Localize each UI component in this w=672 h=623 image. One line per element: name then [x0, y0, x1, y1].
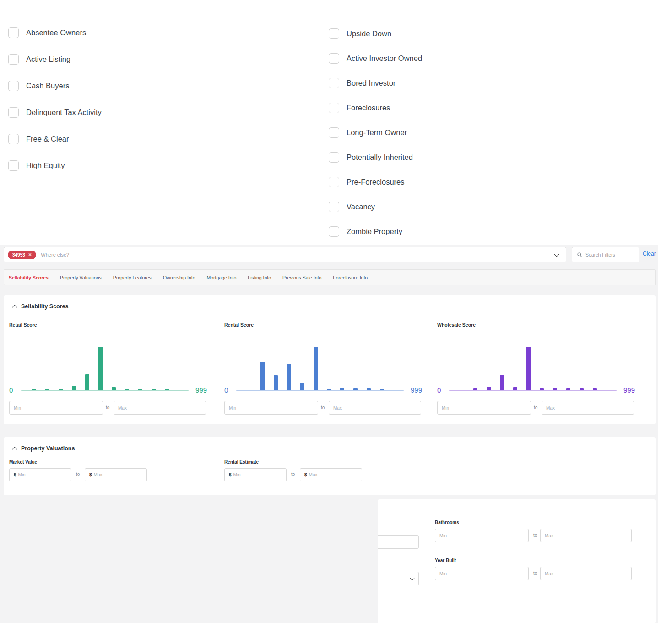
to-label: to [76, 472, 80, 477]
collapse-chevron-icon[interactable] [12, 305, 17, 310]
quick-filters-left-column: Absentee OwnersActive ListingCash Buyers… [8, 27, 102, 187]
bathrooms-min-box[interactable] [435, 529, 529, 542]
checkbox-label: Potentially Inherited [347, 153, 413, 162]
histogram-bar [85, 374, 89, 390]
tab-property-valuations[interactable]: Property Valuations [60, 275, 102, 280]
histogram-bar [287, 364, 291, 390]
wholesale-score-min-input[interactable] [442, 405, 526, 410]
filter-checkbox-item-cash-buyers[interactable]: Cash Buyers [8, 81, 102, 91]
wholesale-score-max-box[interactable] [542, 401, 634, 415]
sellability-card-header[interactable]: Sellability Scores [13, 303, 69, 310]
rental-estimate-max-box[interactable]: $ [300, 468, 362, 481]
tab-sellability-scores[interactable]: Sellability Scores [9, 275, 49, 280]
field-label: Rental Estimate [224, 459, 426, 465]
checkbox-potentially-inherited[interactable] [329, 152, 339, 163]
checkbox-cash-buyers[interactable] [8, 81, 19, 91]
histogram-bar [540, 388, 544, 390]
year-built-min-box[interactable] [435, 567, 529, 580]
score-chart-rental-score: Rental Score0999to [224, 322, 426, 415]
tab-listing-info[interactable]: Listing Info [248, 275, 271, 280]
filter-checkbox-item-free-clear[interactable]: Free & Clear [8, 134, 102, 144]
year-built-max-box[interactable] [540, 567, 632, 580]
collapse-chevron-icon[interactable] [12, 447, 17, 452]
tab-previous-sale-info[interactable]: Previous Sale Info [282, 275, 321, 280]
rental-score-max-box[interactable] [329, 401, 421, 415]
checkbox-vacancy[interactable] [329, 202, 339, 212]
filter-checkbox-item-foreclosures[interactable]: Foreclosures [329, 103, 422, 113]
location-search-bar[interactable]: 34953 ✕ Where else? [4, 247, 566, 262]
year-built-min-input[interactable] [439, 571, 524, 576]
rental-estimate-min-box[interactable]: $ [224, 468, 287, 481]
histogram-bar [513, 387, 517, 390]
retail-score-max-input[interactable] [118, 405, 201, 410]
field-row: to [435, 529, 636, 542]
filter-checkbox-item-potentially-inherited[interactable]: Potentially Inherited [329, 152, 422, 163]
axis-max-label: 999 [411, 386, 422, 394]
filter-checkbox-item-zombie-property[interactable]: Zombie Property [329, 226, 422, 237]
tab-mortgage-info[interactable]: Mortgage Info [207, 275, 237, 280]
checkbox-foreclosures[interactable] [329, 103, 339, 113]
tab-foreclosure-info[interactable]: Foreclosure Info [333, 275, 368, 280]
dollar-prefix: $ [89, 472, 92, 477]
bathrooms-max-box[interactable] [540, 529, 632, 542]
bathrooms-max-input[interactable] [545, 533, 627, 538]
dollar-prefix: $ [229, 472, 232, 477]
checkbox-absentee-owners[interactable] [8, 27, 19, 38]
cut-off-select-dropdown[interactable] [378, 572, 419, 585]
filter-checkbox-item-active-listing[interactable]: Active Listing [8, 54, 102, 65]
rental-score-min-input[interactable] [229, 405, 314, 410]
rental-score-min-box[interactable] [224, 401, 318, 415]
tab-property-features[interactable]: Property Features [113, 275, 152, 280]
filter-checkbox-item-active-investor-owned[interactable]: Active Investor Owned [329, 53, 422, 64]
histogram-bar [260, 362, 265, 390]
retail-score-min-box[interactable] [9, 401, 103, 415]
market-value-min-input[interactable] [18, 472, 67, 477]
checkbox-long-term-owner[interactable] [329, 127, 339, 138]
dollar-prefix: $ [304, 472, 307, 477]
checkbox-pre-foreclosures[interactable] [329, 177, 339, 187]
location-chip[interactable]: 34953 ✕ [8, 251, 36, 259]
rental-estimate-min-input[interactable] [233, 472, 282, 477]
filter-checkbox-item-bored-investor[interactable]: Bored Investor [329, 78, 422, 88]
checkbox-active-listing[interactable] [8, 54, 19, 65]
cut-off-range-input[interactable] [378, 535, 419, 549]
histogram-bar [593, 388, 597, 390]
retail-score-min-input[interactable] [14, 405, 98, 410]
axis-min-label: 0 [437, 386, 441, 394]
market-value-max-box[interactable]: $ [85, 468, 147, 481]
filter-checkbox-item-long-term-owner[interactable]: Long-Term Owner [329, 127, 422, 138]
tab-ownership-info[interactable]: Ownership Info [163, 275, 195, 280]
checkbox-delinquent-tax-activity[interactable] [8, 107, 19, 118]
wholesale-score-min-box[interactable] [437, 401, 531, 415]
checkbox-zombie-property[interactable] [329, 226, 339, 237]
wholesale-score-max-input[interactable] [546, 405, 629, 410]
checkbox-bored-investor[interactable] [329, 78, 339, 88]
chart-area: 0999 [9, 329, 211, 394]
rental-estimate-max-input[interactable] [309, 472, 358, 477]
checkbox-high-equity[interactable] [8, 160, 19, 171]
to-label: to [106, 405, 109, 410]
chip-remove-icon[interactable]: ✕ [28, 252, 32, 257]
filter-checkbox-item-delinquent-tax-activity[interactable]: Delinquent Tax Activity [8, 107, 102, 118]
rental-score-max-input[interactable] [333, 405, 417, 410]
sellability-card-title: Sellability Scores [21, 303, 69, 310]
filter-checkbox-item-upside-down[interactable]: Upside Down [329, 28, 422, 39]
retail-score-max-box[interactable] [114, 401, 206, 415]
year-built-max-input[interactable] [545, 571, 627, 576]
checkbox-active-investor-owned[interactable] [329, 53, 339, 64]
filter-checkbox-item-absentee-owners[interactable]: Absentee Owners [8, 27, 102, 38]
chevron-down-icon[interactable] [554, 251, 559, 257]
clear-filters-button[interactable]: Clear [643, 251, 656, 257]
histogram-bar [152, 389, 156, 390]
filter-search-box[interactable]: Search Filters [572, 247, 639, 262]
filter-checkbox-item-vacancy[interactable]: Vacancy [329, 202, 422, 212]
market-value-max-input[interactable] [94, 472, 142, 477]
checkbox-upside-down[interactable] [329, 28, 339, 39]
score-range-row: to [9, 401, 211, 415]
market-value-min-box[interactable]: $ [9, 468, 71, 481]
checkbox-free-clear[interactable] [8, 134, 19, 144]
filter-checkbox-item-high-equity[interactable]: High Equity [8, 160, 102, 171]
valuations-card-header[interactable]: Property Valuations [13, 445, 75, 452]
filter-checkbox-item-pre-foreclosures[interactable]: Pre-Foreclosures [329, 177, 422, 187]
bathrooms-min-input[interactable] [439, 533, 524, 538]
